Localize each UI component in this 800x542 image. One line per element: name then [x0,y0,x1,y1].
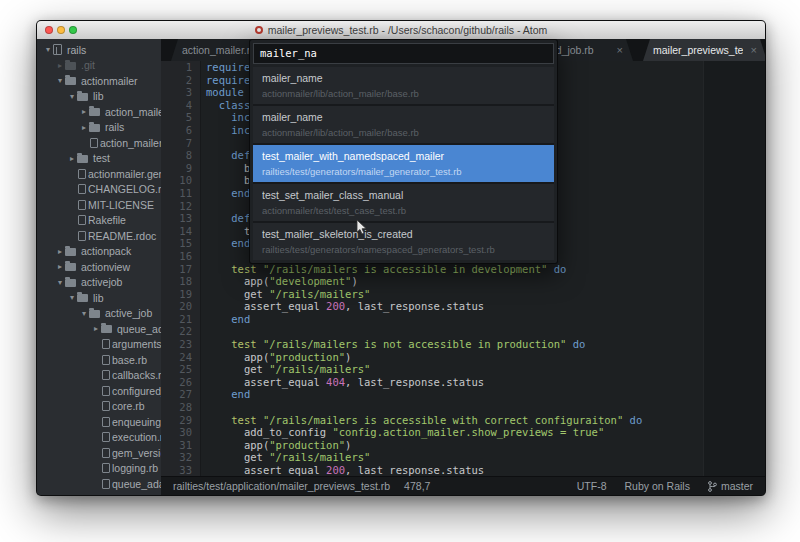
code-token: 200 [326,464,345,476]
status-encoding[interactable]: UTF-8 [577,480,607,492]
fuzzy-result-path: actionmailer/lib/action_mailer/base.rb [262,88,545,99]
tree-item-label: test [93,152,110,164]
code-token: require [206,61,250,73]
close-tab-icon[interactable]: × [617,45,623,55]
tree-item-core-rb[interactable]: core.rb [37,399,161,415]
chevron-right-icon: ▸ [79,107,89,116]
tree-item-enqueuing-rb[interactable]: enqueuing.rb [37,414,161,430]
tree-item-label: action_mailer [105,106,161,118]
fuzzy-result-item[interactable]: test_mailer_skeleton_is_createdrailties/… [253,223,554,260]
tree-item-actionmailer[interactable]: ▾actionmailer [37,73,161,89]
code-token: def [231,149,250,161]
line-number: 1 [161,61,200,74]
fuzzy-result-item[interactable]: mailer_nameactionmailer/lib/action_maile… [253,106,554,143]
tree-item-label: callbacks.rb [112,369,161,381]
tree-item--git[interactable]: ▸.git [37,58,161,74]
tree-item-base-rb[interactable]: base.rb [37,352,161,368]
tree-item-MIT-LICENSE[interactable]: MIT-LICENSE [37,197,161,213]
tree-item-execution-rb[interactable]: execution.rb [37,430,161,446]
code-token: end [231,187,250,199]
status-branch[interactable]: master [708,480,753,492]
tree-item-label: core.rb [112,400,145,412]
chevron-down-icon: ▾ [67,293,77,302]
folder-icon [77,155,88,163]
tree-item-label: CHANGELOG.md [88,183,161,195]
chevron-down-icon: ▾ [67,92,77,101]
line-number: 10 [161,174,200,187]
line-number: 27 [161,388,200,401]
tree-item-test[interactable]: ▸test [37,151,161,167]
code-token: get [206,451,269,463]
code-token: "/rails/mailers is not accessible in pro… [263,338,566,350]
zoom-window-button[interactable] [69,26,77,34]
close-window-button[interactable] [45,26,53,34]
fuzzy-result-title: mailer_name [262,111,545,123]
fuzzy-finder-input[interactable]: mailer_na [253,43,554,64]
tree-item-configured-job-rb[interactable]: configured_job.rb [37,383,161,399]
code-token [206,187,231,199]
tree-item-label: action_mailer.rb [100,137,161,149]
fuzzy-result-item[interactable]: test_mailer_with_namedspaced_mailerrailt… [253,145,554,182]
minimize-window-button[interactable] [57,26,65,34]
tab-label: action_mailer.rb [181,44,257,56]
code-line: assert_equal 404, last_response.status [206,376,765,389]
code-token: assert_equal [206,464,326,476]
tree-item-active-job[interactable]: ▾active_job [37,306,161,322]
tree-item-activejob[interactable]: ▾activejob [37,275,161,291]
line-number: 28 [161,401,200,414]
code-token: "development" [269,275,351,287]
tree-view[interactable]: ▾rails▸.git▾actionmailer▾lib▸action_mail… [37,39,161,495]
fuzzy-result-title: test_mailer_with_namedspaced_mailer [262,150,545,162]
tree-item-queue-adapters[interactable]: ▸queue_adapters [37,321,161,337]
code-token [206,313,231,325]
tree-item-lib[interactable]: ▾lib [37,89,161,105]
code-token: b [206,174,250,186]
tree-item-label: base.rb [112,354,147,366]
line-number: 4 [161,99,200,112]
tree-item-arguments-rb[interactable]: arguments.rb [37,337,161,353]
close-tab-icon[interactable]: × [751,45,757,55]
status-file-path: railties/test/application/mailer_preview… [173,480,390,492]
tree-item-rails[interactable]: ▸rails [37,120,161,136]
tab-mailer-previews-test-rb[interactable]: mailer_previews_test.rb× [643,39,766,61]
line-number: 2 [161,74,200,87]
code-token: get [206,363,269,375]
code-token: class [219,99,251,111]
chevron-right-icon: ▸ [67,154,77,163]
tree-item-actionview[interactable]: ▸actionview [37,259,161,275]
tree-item-actionpack[interactable]: ▸actionpack [37,244,161,260]
window-title-text: mailer_previews_test.rb - /Users/schacon… [268,24,548,36]
tree-item-callbacks-rb[interactable]: callbacks.rb [37,368,161,384]
fuzzy-result-item[interactable]: test_set_mailer_class_manualactionmailer… [253,184,554,221]
line-number: 5 [161,111,200,124]
status-cursor-position[interactable]: 478,7 [404,480,430,492]
tree-item-lib[interactable]: ▾lib [37,290,161,306]
tree-item-label: MIT-LICENSE [88,199,154,211]
tree-item-rails[interactable]: ▾rails [37,42,161,58]
line-number: 32 [161,451,200,464]
tree-item-Rakefile[interactable]: Rakefile [37,213,161,229]
status-grammar[interactable]: Ruby on Rails [625,480,690,492]
tree-item-queue-adapter-rb[interactable]: queue_adapter.rb [37,476,161,492]
code-token: b [206,162,250,174]
tree-item-CHANGELOG-md[interactable]: CHANGELOG.md [37,182,161,198]
folder-icon [89,310,100,318]
atom-icon [255,26,263,34]
code-token: , last_response.status [345,464,484,476]
tree-item-README-rdoc[interactable]: README.rdoc [37,228,161,244]
chevron-down-icon: ▾ [79,309,89,318]
code-token: inc [231,111,250,123]
fuzzy-result-item[interactable]: mailer_nameactionmailer/lib/action_maile… [253,67,554,104]
code-token: 200 [326,300,345,312]
tree-item-action-mailer-rb[interactable]: action_mailer.rb [37,135,161,151]
file-icon [102,355,110,365]
window-controls [45,21,77,39]
code-token: ) [351,275,357,287]
folder-icon [65,77,76,85]
tree-item-action-mailer[interactable]: ▸action_mailer [37,104,161,120]
tree-item-actionmailer-gemspec[interactable]: actionmailer.gemspec [37,166,161,182]
title-bar[interactable]: mailer_previews_test.rb - /Users/schacon… [37,21,765,40]
tree-item-gem-version-rb[interactable]: gem_version.rb [37,445,161,461]
code-token: require [206,74,250,86]
tree-item-logging-rb[interactable]: logging.rb [37,461,161,477]
